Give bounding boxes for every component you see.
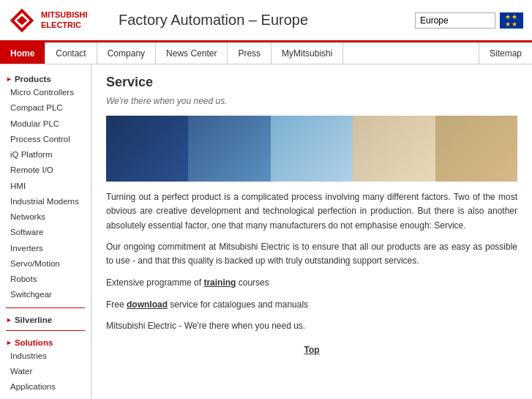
banner-segment-3 <box>271 116 353 182</box>
training-post-text: courses <box>236 277 269 288</box>
download-link-line: Free download service for catalogues and… <box>106 297 517 313</box>
solutions-arrow-icon: ► <box>6 339 12 346</box>
top-link[interactable]: Top <box>304 345 319 355</box>
main-content: Service We're there when you need us. Tu… <box>91 64 532 399</box>
sidebar-item-switchgear[interactable]: Switchgear <box>0 287 91 302</box>
sidebar-item-servomotion[interactable]: Servo/Motion <box>0 256 91 272</box>
logo-text: MITSUBISHI ELECTRIC <box>41 10 88 29</box>
nav-news-center[interactable]: News Center <box>156 42 228 64</box>
site-title: Factory Automation – Europe <box>104 12 415 29</box>
nav-press[interactable]: Press <box>228 42 271 64</box>
content-para2: Our ongoing commitment at Mitsubishi Ele… <box>106 240 517 268</box>
download-pre-text: Free <box>106 299 127 310</box>
sidebar-item-inverters[interactable]: Inverters <box>0 241 91 256</box>
training-link-line: Extensive programme of training courses <box>106 275 517 291</box>
sidebar-item-industries[interactable]: Industries <box>0 348 91 364</box>
nav-mymitsubishi[interactable]: MyMitsubishi <box>271 42 343 64</box>
nav-sitemap[interactable]: Sitemap <box>479 42 532 64</box>
eu-flag-icon: ★★★★ <box>500 12 523 29</box>
sidebar: ► Products Micro Controllers Compact PLC… <box>0 64 91 399</box>
nav-contact[interactable]: Contact <box>45 42 97 64</box>
header: MITSUBISHI ELECTRIC Factory Automation –… <box>0 0 532 42</box>
sidebar-item-processcontrol[interactable]: Process Control <box>0 132 91 147</box>
sidebar-item-microcontrollers[interactable]: Micro Controllers <box>0 85 91 100</box>
content-para1: Turning out a perfect product is a compl… <box>106 190 517 233</box>
banner-segment-1 <box>106 116 188 182</box>
sidebar-item-robots[interactable]: Robots <box>0 272 91 287</box>
main-navigation: Home Contact Company News Center Press M… <box>0 42 532 64</box>
sidebar-item-applications[interactable]: Applications <box>0 379 91 395</box>
sidebar-divider-1 <box>6 307 85 308</box>
banner-segment-5 <box>435 116 517 182</box>
sidebar-item-safety[interactable]: Safety <box>0 395 91 399</box>
sidebar-item-networks[interactable]: Networks <box>0 209 91 225</box>
sidebar-section-silverline[interactable]: ► Silverline <box>0 313 91 326</box>
main-layout: ► Products Micro Controllers Compact PLC… <box>0 64 532 399</box>
banner-segment-4 <box>353 116 435 182</box>
sidebar-item-compactplc[interactable]: Compact PLC <box>0 100 91 116</box>
nav-company[interactable]: Company <box>97 42 156 64</box>
silverline-arrow-icon: ► <box>6 316 12 324</box>
sidebar-item-water[interactable]: Water <box>0 364 91 379</box>
sidebar-item-software[interactable]: Software <box>0 225 91 240</box>
logo-area: MITSUBISHI ELECTRIC <box>9 7 104 34</box>
training-pre-text: Extensive programme of <box>106 277 203 288</box>
search-input[interactable] <box>415 12 495 29</box>
sidebar-item-modularplc[interactable]: Modular PLC <box>0 116 91 132</box>
sidebar-item-iqplatform[interactable]: iQ Platform <box>0 147 91 163</box>
training-link[interactable]: training <box>203 277 236 288</box>
service-banner-image <box>106 116 517 182</box>
mitsubishi-logo-icon <box>9 7 35 34</box>
banner-segment-2 <box>188 116 270 182</box>
page-title: Service <box>106 75 517 90</box>
download-post-text: service for catalogues and manuals <box>168 299 308 310</box>
tagline-text: Mitsubishi Electric - We're there when y… <box>106 321 305 331</box>
search-area: ★★★★ <box>415 12 523 29</box>
nav-home[interactable]: Home <box>0 42 45 64</box>
sidebar-divider-2 <box>6 330 85 331</box>
sidebar-section-solutions[interactable]: ► Solutions <box>0 335 91 348</box>
sidebar-section-products[interactable]: ► Products <box>0 72 91 85</box>
content-subtitle: We're there when you need us. <box>106 94 517 108</box>
products-arrow-icon: ► <box>6 75 12 83</box>
download-link[interactable]: download <box>127 299 168 310</box>
top-link-area: Top <box>106 345 517 355</box>
tagline-line: Mitsubishi Electric - We're there when y… <box>106 318 517 335</box>
sidebar-item-industrialmodems[interactable]: Industrial Modems <box>0 194 91 209</box>
sidebar-item-remoteio[interactable]: Remote I/O <box>0 163 91 178</box>
sidebar-item-hmi[interactable]: HMI <box>0 179 91 194</box>
